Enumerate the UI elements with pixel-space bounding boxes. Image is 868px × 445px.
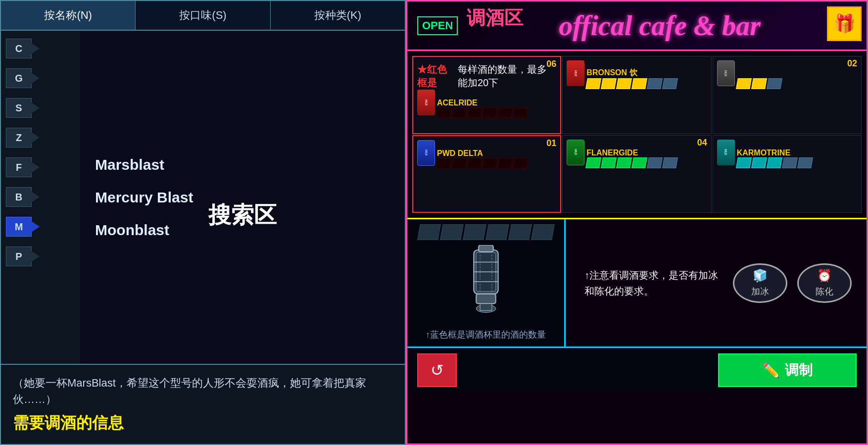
svg-rect-6 [479, 245, 493, 252]
letter-box-p[interactable]: P [6, 247, 32, 266]
mixing-area: ↑蓝色框是调酒杯里的酒的数量 ↑注意看调酒要求，是否有加冰和陈化的要求。 🧊 加… [407, 219, 867, 348]
letter-item-g[interactable]: G [1, 65, 80, 91]
bottom-bar: ↺ ✏️ 调制 [407, 348, 867, 393]
search-area: C G S Z F B M [1, 31, 405, 364]
drink-name-acelride: ACELRIDE [437, 99, 528, 107]
drink-list: Marsblast Mercury Blast Moonblast [80, 139, 405, 256]
age-button[interactable]: ⏰ 陈化 [797, 263, 852, 303]
cup-section: ↑蓝色框是调酒杯里的酒的数量 [407, 219, 566, 346]
drink-count-pwd: 01 [546, 138, 556, 148]
can-acelride: HUI [417, 90, 435, 115]
brew-button[interactable]: ✏️ 调制 [718, 353, 857, 387]
info-label: 需要调酒的信息 [13, 412, 393, 434]
drink-row-bronson: HUI BRONSON 饮 [567, 60, 707, 89]
drink-slot-flanergide[interactable]: 04 HUI FLANERGIDE [562, 135, 711, 213]
drink-name-bronson: BRONSON 饮 [586, 68, 677, 78]
reset-button[interactable]: ↺ [417, 353, 457, 387]
letter-sidebar: C G S Z F B M [1, 31, 80, 364]
age-icon: ⏰ [817, 269, 832, 283]
svg-rect-8 [480, 304, 492, 311]
drink-slot-right-top[interactable]: 02 HUI [713, 56, 862, 134]
can-bronson: HUI [567, 60, 584, 86]
drink-slot-bronson[interactable]: HUI BRONSON 饮 [562, 56, 711, 134]
drink-name-karmotrine: KARMOTRINE [737, 148, 812, 157]
can-right-top: HUI [717, 60, 735, 86]
svg-rect-5 [476, 294, 496, 304]
drink-row-flanergide: HUI FLANERGIDE [567, 140, 707, 168]
brew-icon: ✏️ [763, 362, 780, 379]
letter-arrow-m [31, 221, 40, 233]
age-label: 陈化 [816, 286, 833, 297]
drink-item-marsblast[interactable]: Marsblast [90, 153, 395, 176]
letter-box-z[interactable]: Z [6, 128, 32, 148]
search-label: 搜索区 [208, 200, 277, 231]
drink-units-flanergide [586, 157, 677, 168]
letter-arrow-c [31, 43, 40, 54]
drink-slot-karmotrine[interactable]: HUI KARMOTRINE [713, 135, 862, 213]
drink-row-pwd: HUI PWD DELTA [417, 140, 556, 169]
letter-item-z[interactable]: Z [1, 125, 80, 150]
mixing-label: 调酒区 [467, 5, 523, 31]
gift-icon: 🎁 [827, 6, 862, 41]
letter-box-s[interactable]: S [6, 98, 32, 118]
letter-arrow-g [31, 72, 40, 84]
reset-icon: ↺ [431, 361, 444, 380]
open-badge: OPEN [417, 16, 458, 35]
add-ice-label: 加冰 [751, 286, 769, 297]
drink-units-acelride [437, 107, 528, 118]
add-ice-button[interactable]: 🧊 加冰 [733, 263, 787, 303]
letter-item-m[interactable]: M [1, 214, 80, 240]
story-text: （她要一杯MarsBlast，希望这个型号的人形不会耍酒疯，她可拿着把真家伙……… [13, 375, 393, 407]
drink-slot-pwd-delta[interactable]: 01 HUI PWD DELTA [412, 135, 561, 213]
drink-count-flanergide: 04 [697, 138, 707, 148]
letter-arrow-p [31, 250, 40, 262]
drink-count-acelride: 06 [546, 59, 556, 69]
letter-box-b[interactable]: B [6, 187, 32, 207]
letter-box-m[interactable]: M [6, 217, 32, 237]
tab-flavor[interactable]: 按口味(S) [136, 1, 270, 30]
drink-units-pwd [437, 158, 528, 169]
letter-arrow-s [31, 102, 40, 114]
drink-units-right-top [737, 78, 781, 89]
bottom-info: （她要一杯MarsBlast，希望这个型号的人形不会耍酒疯，她可拿着把真家伙……… [1, 364, 405, 444]
addons-section: ↑注意看调酒要求，是否有加冰和陈化的要求。 🧊 加冰 ⏰ 陈化 [566, 219, 867, 346]
tab-bar: 按名称(N) 按口味(S) 按种类(K) [1, 1, 405, 31]
addon-notice: ↑注意看调酒要求，是否有加冰和陈化的要求。 [584, 267, 723, 299]
letter-item-f[interactable]: F [1, 154, 80, 180]
drink-name-pwd: PWD DELTA [437, 149, 528, 158]
letter-item-b[interactable]: B [1, 184, 80, 210]
cup-units [419, 224, 553, 240]
left-panel: 按名称(N) 按口味(S) 按种类(K) C G S Z F [0, 0, 406, 445]
letter-arrow-z [31, 132, 40, 144]
letter-arrow-f [31, 161, 40, 173]
letter-arrow-b [31, 191, 40, 203]
letter-item-p[interactable]: P [1, 244, 80, 269]
addon-buttons: 🧊 加冰 ⏰ 陈化 [733, 263, 852, 303]
cup-notice: ↑蓝色框是调酒杯里的酒的数量 [426, 328, 546, 342]
drink-count-right-top: 02 [847, 58, 857, 69]
ice-icon: 🧊 [753, 269, 768, 283]
drinks-grid: 06 ★红色框是 每样酒的数量，最多能加20下 HUI ACELRIDE [407, 51, 867, 219]
tab-type[interactable]: 按种类(K) [271, 1, 405, 30]
can-flanergide: HUI [567, 140, 584, 165]
drink-row-karmotrine: HUI KARMOTRINE [717, 140, 857, 168]
can-pwd: HUI [417, 140, 435, 166]
bar-header: OPEN offical cafe & bar 调酒区 🎁 [407, 1, 867, 51]
letter-box-c[interactable]: C [6, 39, 32, 58]
drink-name-flanergide: FLANERGIDE [586, 148, 677, 157]
drink-units-karmotrine [737, 157, 812, 168]
annotation-acelride: ★红色框是 每样酒的数量，最多能加20下 [417, 63, 556, 90]
letter-box-f[interactable]: F [6, 157, 32, 177]
shaker-visual [461, 245, 511, 323]
can-karmotrine: HUI [717, 140, 735, 165]
drink-slot-acelride[interactable]: 06 ★红色框是 每样酒的数量，最多能加20下 HUI ACELRIDE [412, 56, 561, 134]
drink-units-bronson [586, 78, 677, 89]
drink-row-right-top: HUI [717, 60, 857, 89]
right-panel: OPEN offical cafe & bar 调酒区 🎁 06 ★红色框是 每… [406, 0, 868, 445]
brew-label: 调制 [785, 361, 813, 380]
letter-box-g[interactable]: G [6, 68, 32, 88]
drink-list-area: Marsblast Mercury Blast Moonblast 搜索区 [80, 31, 405, 364]
letter-item-s[interactable]: S [1, 95, 80, 121]
tab-name[interactable]: 按名称(N) [1, 1, 136, 30]
letter-item-c[interactable]: C [1, 36, 80, 61]
